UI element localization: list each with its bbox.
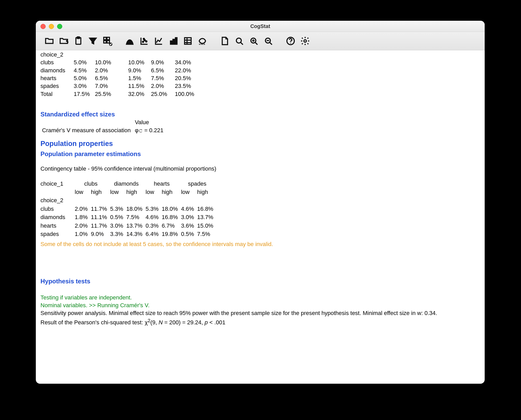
help-button[interactable]: [283, 34, 298, 48]
title-bar: CogStat: [36, 21, 485, 32]
regression-icon: [197, 36, 207, 46]
window-title: CogStat: [36, 23, 485, 29]
open-folder-button[interactable]: [42, 34, 57, 48]
hypothesis-heading: Hypothesis tests: [40, 277, 480, 285]
svg-point-29: [290, 43, 291, 43]
population-heading: Population properties: [40, 139, 480, 149]
ci-table-title: Contingency table - 95% confidence inter…: [40, 165, 480, 173]
population-sub-heading: Population parameter estimations: [40, 150, 480, 158]
app-window: CogStat choice_2 clubs5.0%10.0%10.0%9.0%…: [36, 21, 485, 384]
hypothesis-line2: Nominal variables. >> Running Cramér's V…: [40, 302, 480, 309]
filter-button[interactable]: [86, 34, 100, 48]
table-row: diamonds4.5%2.0%9.0%6.5%22.0%: [40, 67, 196, 74]
svg-point-30: [304, 40, 306, 42]
svg-line-20: [241, 43, 243, 45]
svg-rect-2: [104, 37, 106, 40]
chi-square-result: Result of the Pearson's chi-squared test…: [40, 317, 480, 327]
table-row: clubs2.0%11.7%5.3%18.0%5.3%18.0%4.6%16.8…: [40, 205, 216, 213]
zoom-in-icon: [249, 36, 259, 46]
hypothesis-line1: Testing if variables are independent.: [40, 294, 480, 302]
svg-rect-14: [184, 38, 191, 44]
svg-point-19: [236, 38, 241, 43]
boxplot-button[interactable]: [181, 34, 195, 48]
boxplot-icon: [183, 36, 193, 46]
zoom-out-icon: [263, 36, 273, 46]
page-icon: [220, 36, 230, 46]
ci-table: choice_1 clubs diamonds hearts spades lo…: [40, 180, 216, 239]
zoom-in-button[interactable]: [246, 34, 261, 48]
clipboard-button[interactable]: [71, 34, 86, 48]
effect-sizes-heading: Standardized effect sizes: [40, 110, 480, 118]
grid-icon: [102, 36, 112, 46]
pivot-button[interactable]: [100, 34, 115, 48]
table-row: clubs5.0%10.0%10.0%9.0%34.0%: [40, 59, 196, 66]
output-pane[interactable]: choice_2 clubs5.0%10.0%10.0%9.0%34.0% di…: [36, 50, 485, 330]
bar-chart-button[interactable]: [166, 34, 181, 48]
table-row: hearts2.0%11.7%3.0%13.7%0.3%6.7%3.6%15.0…: [40, 222, 216, 230]
help-icon: [286, 36, 296, 46]
line-chart-icon: [154, 36, 164, 46]
svg-rect-11: [170, 41, 172, 44]
sensitivity-line: Sensitivity power analysis. Minimal effe…: [40, 309, 480, 317]
reload-folder-button[interactable]: [57, 34, 71, 48]
svg-rect-4: [104, 40, 106, 43]
table-row: spades1.0%9.0%3.3%14.3%6.4%19.8%0.5%7.5%: [40, 230, 216, 238]
settings-button[interactable]: [298, 34, 312, 48]
value-header: Value: [133, 118, 166, 126]
gear-icon: [300, 36, 310, 46]
search-icon: [234, 36, 244, 46]
scatter-button[interactable]: [137, 34, 152, 48]
contingency-table: clubs5.0%10.0%10.0%9.0%34.0% diamonds4.5…: [40, 59, 196, 98]
svg-rect-12: [173, 39, 174, 44]
distribution-icon: [125, 36, 135, 46]
contingency-row-label: choice_2: [40, 51, 480, 59]
effect-measure-label: Cramér's V measure of association: [40, 127, 133, 134]
zoom-out-button[interactable]: [261, 34, 276, 48]
filter-icon: [88, 36, 98, 46]
table-row: spades3.0%7.0%11.5%2.0%23.5%: [40, 82, 196, 90]
regression-button[interactable]: [195, 34, 210, 48]
clipboard-icon: [73, 36, 83, 46]
table-row: Total17.5%25.5%32.0%25.0%100.0%: [40, 90, 196, 98]
table-row: hearts5.0%6.5%1.5%7.5%20.5%: [40, 74, 196, 82]
folder-refresh-icon: [59, 36, 69, 46]
svg-point-9: [146, 41, 147, 42]
new-page-button[interactable]: [217, 34, 232, 48]
svg-line-26: [270, 43, 272, 45]
line-chart-button[interactable]: [152, 34, 166, 48]
effect-measure-value: φ𝚌 = 0.221: [133, 127, 166, 134]
svg-line-22: [255, 43, 257, 45]
scatter-icon: [139, 36, 149, 46]
bar-chart-icon: [168, 36, 178, 46]
distribution-button[interactable]: [122, 34, 137, 48]
folder-icon: [44, 36, 54, 46]
svg-rect-5: [107, 40, 109, 43]
svg-rect-13: [175, 38, 177, 44]
effect-size-table: Value Cramér's V measure of association …: [40, 118, 166, 134]
svg-point-7: [142, 41, 144, 43]
ci-warning: Some of the cells do not include at leas…: [40, 240, 480, 248]
svg-point-10: [143, 38, 145, 40]
zoom-fit-button[interactable]: [232, 34, 246, 48]
table-row: diamonds1.8%11.1%0.5%7.5%4.6%16.8%3.0%13…: [40, 213, 216, 221]
svg-rect-3: [107, 37, 109, 40]
toolbar: [36, 32, 485, 50]
